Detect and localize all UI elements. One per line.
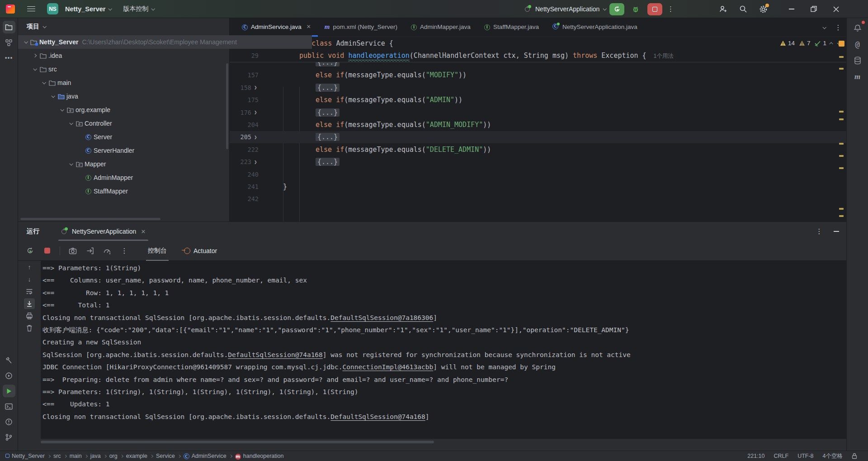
project-widget[interactable]: Netty_Server [58, 4, 114, 14]
breadcrumb-item[interactable]: CAdminService [184, 453, 226, 460]
tab-list-chevron-icon[interactable] [822, 25, 826, 29]
fold-chevron-icon[interactable]: ❯ [254, 134, 259, 140]
project-vertical-scrollbar[interactable] [226, 63, 228, 149]
rerun-icon[interactable] [24, 245, 35, 256]
chevron-down-icon[interactable] [24, 40, 28, 43]
editor-tab[interactable]: CNettyServerApplication.java [546, 18, 644, 37]
run-tool-icon[interactable] [3, 385, 15, 397]
run-panel-options-icon[interactable] [815, 227, 824, 235]
chevron-down-icon[interactable] [69, 121, 73, 125]
tree-item[interactable]: IStaffMapper [18, 184, 229, 198]
breadcrumb-item[interactable]: main [70, 453, 82, 459]
file-encoding[interactable]: UTF-8 [797, 453, 813, 459]
run-config-name[interactable]: NettyServerApplication [535, 5, 599, 13]
fold-chevron-icon[interactable]: ❯ [254, 109, 259, 115]
clear-console-icon[interactable] [24, 323, 35, 334]
breadcrumb-item[interactable]: Netty_Server [5, 453, 45, 459]
breadcrumb-item[interactable]: src [53, 453, 61, 459]
editor-tab[interactable]: CAdminService.java✕ [235, 18, 318, 37]
actuator-tab[interactable]: Actuator [179, 241, 222, 261]
console-link[interactable]: ConnectionImpl@4613acbb [342, 363, 433, 371]
version-control-tool-icon[interactable] [3, 431, 15, 443]
tree-item[interactable]: .idea [18, 49, 229, 62]
vcs-widget[interactable]: 版本控制 [120, 3, 157, 15]
folded-region[interactable]: {...} [316, 62, 340, 67]
ai-assistant-icon[interactable]: @ [851, 38, 864, 51]
chevron-down-icon[interactable] [42, 80, 46, 84]
project-tool-icon[interactable] [3, 21, 15, 33]
debug-button[interactable] [628, 3, 643, 15]
terminal-tool-icon[interactable] [3, 400, 15, 413]
exit-icon[interactable] [85, 245, 95, 256]
hide-panel-icon[interactable] [834, 231, 839, 232]
tree-item[interactable]: main [18, 76, 229, 89]
structure-tool-icon[interactable] [3, 36, 15, 49]
chevron-down-icon[interactable] [60, 108, 64, 111]
caret-position[interactable]: 221:10 [747, 453, 764, 459]
fold-chevron-icon[interactable]: ❯ [254, 159, 259, 165]
code-with-me-icon[interactable] [719, 5, 727, 13]
more-tool-windows-icon[interactable]: ••• [3, 52, 15, 64]
thread-dump-icon[interactable] [67, 245, 78, 256]
tree-item[interactable]: org.example [18, 103, 229, 117]
previous-problem-icon[interactable] [829, 42, 833, 46]
breadcrumb-item[interactable]: example [126, 453, 147, 459]
code-editor[interactable]: 21public class AdminService {29public vo… [230, 37, 846, 221]
print-icon[interactable] [24, 310, 35, 321]
tree-item[interactable]: src [18, 62, 229, 76]
scroll-to-end-icon[interactable] [24, 298, 35, 309]
problems-tool-icon[interactable] [3, 415, 15, 428]
stop-icon[interactable] [42, 245, 52, 256]
build-tool-icon[interactable] [3, 354, 15, 367]
run-tab[interactable]: NettyServerApplication ✕ [57, 222, 150, 241]
folded-region[interactable]: {...} [316, 158, 340, 166]
chevron-down-icon[interactable] [69, 162, 73, 165]
tree-item[interactable]: CServerHandler [18, 144, 229, 157]
main-menu-icon[interactable] [27, 6, 35, 12]
folded-region[interactable]: {...} [316, 108, 340, 117]
scroll-up-icon[interactable]: ↑ [24, 262, 35, 273]
folded-region[interactable]: {...} [316, 84, 340, 92]
editor-tab[interactable]: IAdminMapper.java [404, 18, 477, 37]
editor-tab[interactable]: mpom.xml (Netty_Server) [318, 18, 404, 37]
soft-wrap-icon[interactable] [24, 286, 35, 297]
window-minimize-icon[interactable] [789, 9, 794, 9]
tree-item[interactable]: Mapper [18, 157, 229, 171]
tree-item[interactable]: Controller [18, 117, 229, 130]
more-actions-icon[interactable] [666, 5, 675, 13]
notifications-bell-icon[interactable] [851, 22, 864, 34]
breadcrumb-item[interactable]: java [90, 453, 101, 459]
inspections-widget[interactable]: 14 7 1 [780, 40, 840, 47]
chevron-down-icon[interactable] [51, 94, 55, 98]
gauge-icon[interactable] [102, 245, 113, 256]
tree-item[interactable]: IAdminMapper [18, 171, 229, 184]
tree-item[interactable]: CServer [18, 130, 229, 144]
breadcrumb-item[interactable]: Service [156, 453, 175, 459]
search-icon[interactable] [739, 5, 747, 13]
fold-chevron-icon[interactable]: ❯ [254, 85, 259, 90]
breadcrumb-item[interactable]: mhandleoperation [235, 453, 284, 460]
console-tab[interactable]: 控制台 [142, 241, 172, 261]
tree-item[interactable]: java [18, 89, 229, 103]
console-link[interactable]: DefaultSqlSession@74a168 [330, 413, 425, 420]
chevron-down-icon[interactable] [603, 7, 607, 10]
window-restore-icon[interactable] [811, 6, 817, 12]
breadcrumb-item[interactable]: org [109, 453, 118, 459]
maven-tool-icon[interactable]: m [851, 71, 864, 83]
editor-tab[interactable]: IStaffMapper.java [477, 18, 546, 37]
line-separator[interactable]: CRLF [774, 453, 788, 459]
tree-item[interactable]: Netty_ServerC:\Users\zhan\Desktop\Scoket… [18, 35, 312, 49]
database-tool-icon[interactable] [851, 54, 864, 67]
inspection-status-square[interactable] [839, 41, 844, 47]
console-link[interactable]: DefaultSqlSession@74a168 [228, 351, 323, 358]
rerun-button[interactable] [609, 3, 624, 15]
project-avatar[interactable]: NS [47, 3, 58, 14]
settings-gear-icon[interactable] [759, 5, 768, 14]
indent-size[interactable]: 4个空格 [823, 452, 843, 460]
chevron-down-icon[interactable] [33, 67, 37, 71]
stop-button[interactable] [647, 3, 662, 15]
close-icon[interactable]: ✕ [307, 24, 311, 30]
readonly-lock-icon[interactable] [852, 453, 857, 459]
project-horizontal-scrollbar[interactable] [20, 218, 160, 220]
folded-region[interactable]: {...} [316, 133, 340, 141]
